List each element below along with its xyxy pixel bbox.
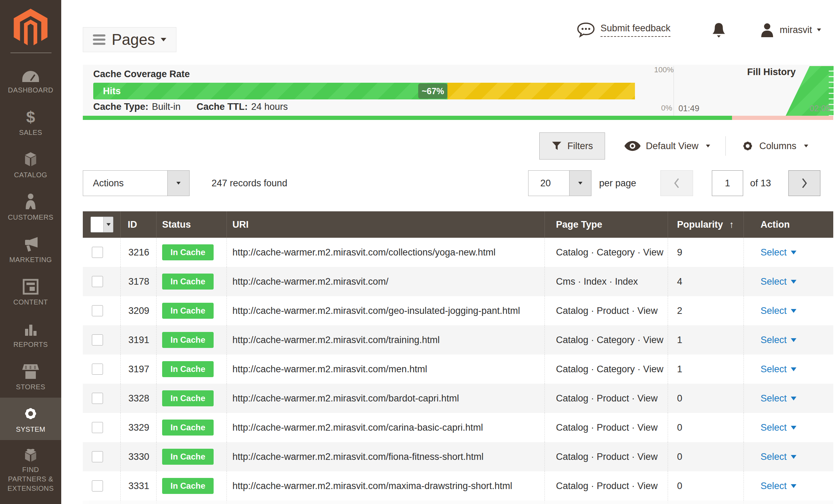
cell-popularity: 0 <box>668 442 743 471</box>
row-checkbox[interactable] <box>92 393 103 404</box>
sidebar-item-marketing[interactable]: MARKETING <box>0 228 61 270</box>
row-checkbox[interactable] <box>92 276 103 287</box>
axis-label-100: 100% <box>654 65 672 74</box>
filters-button[interactable]: Filters <box>539 132 605 160</box>
page-title-menu-button[interactable]: Pages <box>83 27 176 52</box>
cell-id: 3331 <box>120 471 156 501</box>
account-menu[interactable]: mirasvit <box>760 22 821 38</box>
catalog-icon <box>22 149 39 168</box>
sidebar-item-content[interactable]: CONTENT <box>0 270 61 313</box>
column-header-uri[interactable]: URI <box>226 211 544 238</box>
row-select-action[interactable]: Select <box>761 247 796 258</box>
sidebar-item-dashboard[interactable]: DASHBOARD <box>0 58 61 101</box>
column-header-id[interactable]: ID <box>120 211 156 238</box>
chevron-down-icon <box>817 29 821 31</box>
row-select-action[interactable]: Select <box>761 364 796 375</box>
status-badge: In Cache <box>162 244 214 260</box>
notifications-button[interactable] <box>711 22 726 38</box>
table-row: 3329 In Cache http://cache-warmer.m2.mir… <box>83 413 833 442</box>
view-label: Default View <box>646 141 698 152</box>
cell-uri: http://cache-warmer.m2.mirasvit.com/ <box>226 267 544 296</box>
cell-id: 3330 <box>120 442 156 471</box>
per-page-label: per page <box>599 170 636 196</box>
view-selector[interactable]: Default View <box>624 140 710 152</box>
sales-icon: $ <box>26 107 35 125</box>
column-header-page-type[interactable]: Page Type <box>544 211 668 238</box>
cell-page-type: Cms · Index · Index <box>544 267 668 296</box>
row-select-action[interactable]: Select <box>761 452 796 462</box>
magento-logo[interactable] <box>0 0 61 58</box>
cell-uri: http://cache-warmer.m2.mirasvit.com/geo-… <box>226 296 544 325</box>
sidebar: DASHBOARD $ SALES CATALOG CUSTOMERS MARK… <box>0 0 61 504</box>
cell-page-type: Catalog · Product · View <box>544 442 668 471</box>
fill-history-title: Fill History <box>747 67 796 78</box>
sidebar-item-sales[interactable]: $ SALES <box>0 101 61 143</box>
status-badge: In Cache <box>162 361 214 377</box>
cache-coverage-bar: Hits ~67% <box>93 83 635 99</box>
column-header-status[interactable]: Status <box>156 211 226 238</box>
row-checkbox[interactable] <box>92 451 103 462</box>
chevron-down-icon <box>791 484 796 488</box>
next-page-button[interactable] <box>788 170 820 196</box>
cell-id: 3178 <box>120 267 156 296</box>
table-row: 3332 In Cache http://cache-warmer.m2.mir… <box>83 501 833 504</box>
extensions-icon <box>22 444 39 462</box>
sidebar-item-label: SYSTEM <box>16 425 46 434</box>
sidebar-item-label: CATALOG <box>14 170 47 180</box>
row-select-action[interactable]: Select <box>761 393 796 404</box>
bottom-progress-green <box>83 116 732 120</box>
cell-page-type: Catalog · Product · View <box>544 296 668 325</box>
columns-selector[interactable]: Columns <box>741 139 808 153</box>
sidebar-item-catalog[interactable]: CATALOG <box>0 143 61 186</box>
chevron-down-icon <box>791 397 796 400</box>
row-checkbox[interactable] <box>92 247 103 258</box>
coverage-bar-remaining <box>447 83 635 99</box>
content-icon <box>23 277 39 295</box>
customers-icon <box>23 192 38 210</box>
actions-dropdown[interactable]: Actions <box>83 170 190 196</box>
sidebar-item-customers[interactable]: CUSTOMERS <box>0 186 61 228</box>
chevron-down-icon <box>706 145 710 147</box>
cache-ttl-value: 24 hours <box>251 101 288 112</box>
submit-feedback-label: Submit feedback <box>601 23 670 37</box>
row-select-action[interactable]: Select <box>761 306 796 316</box>
cell-uri: http://cache-warmer.m2.mirasvit.com/cari… <box>226 413 544 442</box>
column-header-popularity[interactable]: Popularity↑ <box>668 211 743 238</box>
cell-popularity: 2 <box>668 296 743 325</box>
select-all-dropdown[interactable] <box>90 217 113 233</box>
sidebar-item-find-partners[interactable]: FIND PARTNERS & EXTENSIONS <box>0 440 61 497</box>
table-row: 3191 In Cache http://cache-warmer.m2.mir… <box>83 325 833 355</box>
row-checkbox[interactable] <box>92 422 103 433</box>
row-checkbox[interactable] <box>92 305 103 316</box>
table-row: 3216 In Cache http://cache-warmer.m2.mir… <box>83 238 833 267</box>
sidebar-item-stores[interactable]: STORES <box>0 355 61 398</box>
fill-history-time-end: 02:05 <box>810 104 830 113</box>
fill-progress-strip <box>83 116 833 120</box>
gear-icon <box>22 404 39 422</box>
previous-page-button[interactable] <box>660 170 693 196</box>
chevron-down-icon <box>791 251 796 254</box>
select-all-checkbox[interactable] <box>91 217 103 232</box>
row-select-action[interactable]: Select <box>761 422 796 433</box>
row-select-action[interactable]: Select <box>761 276 796 287</box>
submit-feedback-link[interactable]: Submit feedback <box>577 22 670 38</box>
row-checkbox[interactable] <box>92 334 103 346</box>
fill-history-time-start: 01:49 <box>678 104 699 113</box>
column-header-action: Action <box>743 211 833 238</box>
table-row: 3330 In Cache http://cache-warmer.m2.mir… <box>83 442 833 471</box>
row-checkbox[interactable] <box>92 480 103 491</box>
cell-id: 3328 <box>120 384 156 413</box>
sidebar-item-reports[interactable]: REPORTS <box>0 313 61 355</box>
cell-uri: http://cache-warmer.m2.mirasvit.com/fion… <box>226 442 544 471</box>
page-number-input[interactable] <box>712 170 743 196</box>
sidebar-item-system[interactable]: SYSTEM <box>0 398 61 440</box>
row-select-action[interactable]: Select <box>761 481 796 491</box>
user-icon <box>760 22 775 38</box>
chevron-down-icon <box>791 309 796 313</box>
row-select-action[interactable]: Select <box>761 335 796 346</box>
cache-type-label: Cache Type: <box>93 101 149 112</box>
per-page-dropdown[interactable]: 20 <box>528 170 591 196</box>
status-badge: In Cache <box>162 449 214 465</box>
row-checkbox[interactable] <box>92 364 103 375</box>
cell-popularity: 1 <box>668 325 743 355</box>
